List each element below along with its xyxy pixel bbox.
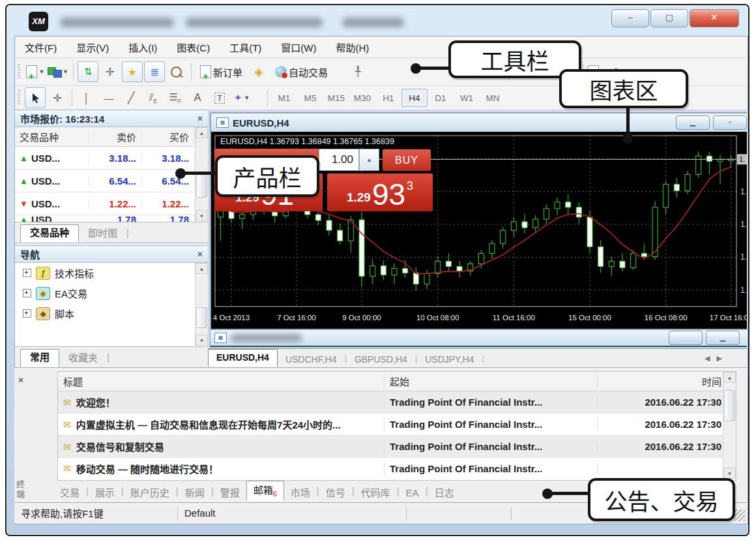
timeframe-m5[interactable]: M5: [297, 89, 323, 107]
new-order-button[interactable]: 新订单: [196, 61, 247, 82]
timeframe-w1[interactable]: W1: [454, 89, 480, 107]
crosshair-tool[interactable]: ✛: [47, 87, 68, 108]
mail-row-partial[interactable]: ✉移动交易 — 随时随地进行交易！ Trading Point Of Finan…: [58, 458, 736, 479]
strategy-tester-button[interactable]: [166, 61, 187, 82]
scrollbar-thumb[interactable]: [196, 174, 207, 198]
data-window-button[interactable]: ✛: [100, 61, 121, 82]
column-from[interactable]: 起始: [385, 374, 598, 388]
chart-tab-gbpusd[interactable]: GBPUSD,H4: [347, 353, 415, 367]
close-button[interactable]: ✕: [690, 9, 739, 27]
restore-button[interactable]: ▢: [650, 9, 688, 27]
tab-experts[interactable]: EA: [400, 485, 426, 501]
mail-row[interactable]: ✉内置虚拟主机 — 自动交易和信息现在开始每周7天24小时的... Tradin…: [58, 414, 736, 436]
tab-signals[interactable]: 信号: [319, 485, 352, 501]
scroll-down-icon[interactable]: ▼: [723, 468, 736, 479]
menu-charts[interactable]: 图表(C): [167, 40, 220, 54]
expand-icon[interactable]: [23, 309, 31, 318]
column-time[interactable]: 时间: [598, 374, 728, 388]
toolbar-grip[interactable]: [18, 90, 20, 106]
toolbar-grip[interactable]: [18, 64, 20, 80]
trendline-tool[interactable]: ╱: [121, 87, 141, 108]
chart-minimize-button[interactable]: [669, 331, 703, 345]
column-symbol[interactable]: 交易品种: [15, 130, 89, 143]
expand-icon[interactable]: [23, 269, 31, 277]
tab-market[interactable]: 市场: [284, 485, 317, 501]
tree-item-scripts[interactable]: ◆ 脚本: [15, 303, 209, 324]
tab-code-base[interactable]: 代码库: [355, 485, 397, 501]
minimize-button[interactable]: ‒: [611, 9, 649, 27]
scroll-down-icon[interactable]: ▼: [196, 335, 208, 346]
horizontal-line-tool[interactable]: —: [98, 87, 119, 108]
metaeditor-button[interactable]: ◈: [248, 61, 269, 82]
timeframe-m1[interactable]: M1: [271, 89, 297, 107]
scroll-up-icon[interactable]: ▲: [196, 263, 208, 274]
chevron-down-icon[interactable]: ▼: [244, 95, 250, 101]
tab-trade[interactable]: 交易: [53, 485, 86, 501]
volume-input[interactable]: 1.00: [319, 149, 359, 171]
scroll-up-icon[interactable]: ▲: [723, 372, 736, 383]
mail-row[interactable]: ✉欢迎您！ Trading Point Of Financial Instr..…: [58, 391, 736, 414]
scrollbar-thumb[interactable]: [724, 390, 735, 421]
timeframe-m15[interactable]: M15: [323, 89, 349, 107]
tab-tick-chart[interactable]: 即时图: [79, 226, 126, 243]
chevron-down-icon[interactable]: ▼: [63, 68, 68, 75]
column-ask[interactable]: 买价: [142, 130, 195, 143]
text-label-tool[interactable]: T: [209, 87, 230, 108]
table-row[interactable]: ▼USD... 1.22... 1.22...: [15, 192, 209, 215]
terminal-vertical-label[interactable]: 终端: [16, 480, 26, 500]
navigator-toggle[interactable]: ★: [122, 61, 143, 82]
tab-alerts[interactable]: 警报: [214, 485, 246, 501]
menu-insert[interactable]: 插入(I): [119, 40, 167, 54]
menu-window[interactable]: 窗口(W): [271, 40, 326, 54]
auto-trading-button[interactable]: 自动交易: [270, 61, 332, 82]
market-watch-toggle[interactable]: ⇅: [78, 61, 98, 82]
tab-mailbox[interactable]: 邮箱6: [246, 481, 284, 501]
arrows-tool[interactable]: ✦▼: [231, 87, 252, 108]
timeframe-h1[interactable]: H1: [375, 89, 401, 107]
equidistant-channel-tool[interactable]: ⫽E: [143, 87, 164, 108]
chart-restore-button[interactable]: ▁: [706, 331, 740, 345]
chart-tab-usdjpy[interactable]: USDJPY,H4: [417, 353, 482, 367]
terminal-toggle[interactable]: ≣: [144, 61, 165, 82]
chart-tab-eurusd[interactable]: EURUSD,H4: [208, 349, 278, 367]
close-icon[interactable]: ✕: [197, 114, 203, 123]
timeframe-m30[interactable]: M30: [349, 89, 375, 107]
chart-minimize-button[interactable]: ▁: [676, 115, 710, 130]
tree-item-ea[interactable]: ◆ EA交易: [15, 283, 209, 303]
buy-price-button[interactable]: 1.29 93 3: [327, 173, 433, 211]
background-chart-window[interactable]: ▦ ▁: [210, 329, 747, 347]
close-icon[interactable]: ✕: [197, 250, 203, 259]
table-row[interactable]: ▲USD... 3.18... 3.18...: [15, 147, 209, 170]
timeframe-mn[interactable]: MN: [480, 89, 506, 107]
text-tool[interactable]: A: [187, 87, 208, 108]
menu-tools[interactable]: 工具(T): [220, 40, 271, 54]
expand-icon[interactable]: [23, 289, 31, 297]
scrollbar-thumb[interactable]: [196, 307, 207, 328]
chevron-down-icon[interactable]: ▼: [39, 68, 45, 75]
status-profile[interactable]: Default: [178, 507, 406, 519]
chart-tab-usdchf[interactable]: USDCHF,H4: [278, 353, 345, 367]
menu-view[interactable]: 显示(V): [66, 40, 119, 54]
column-title[interactable]: 标题: [58, 374, 385, 388]
new-chart-button[interactable]: ▼: [25, 61, 46, 82]
tab-symbols[interactable]: 交易品种: [20, 224, 79, 243]
mail-row[interactable]: ✉交易信号和复制交易 Trading Point Of Financial In…: [58, 436, 736, 458]
scroll-up-icon[interactable]: ▲: [196, 127, 208, 138]
tab-news[interactable]: 新闻: [179, 485, 211, 501]
cursor-tool[interactable]: [25, 87, 46, 108]
tab-exposure[interactable]: 展示: [89, 485, 121, 501]
tab-scroll-arrows[interactable]: ◀▶: [705, 354, 729, 363]
fibonacci-tool[interactable]: ☰F: [165, 87, 186, 108]
chart-restore-button[interactable]: ▫: [713, 115, 747, 130]
tab-favorites[interactable]: 收藏夹: [59, 350, 107, 367]
tab-common[interactable]: 常用: [20, 349, 59, 367]
timeframe-h4[interactable]: H4: [401, 89, 428, 107]
scroll-down-icon[interactable]: ▼: [196, 210, 208, 221]
timeframe-d1[interactable]: D1: [428, 89, 454, 107]
vertical-line-tool[interactable]: │: [76, 87, 97, 108]
chart-shift-button[interactable]: ╀: [347, 61, 368, 82]
profiles-button[interactable]: ▼: [47, 61, 69, 82]
navigator-scrollbar[interactable]: ▲ ▼: [195, 263, 208, 346]
close-icon[interactable]: ✕: [18, 376, 24, 385]
menu-file[interactable]: 文件(F): [15, 40, 66, 54]
